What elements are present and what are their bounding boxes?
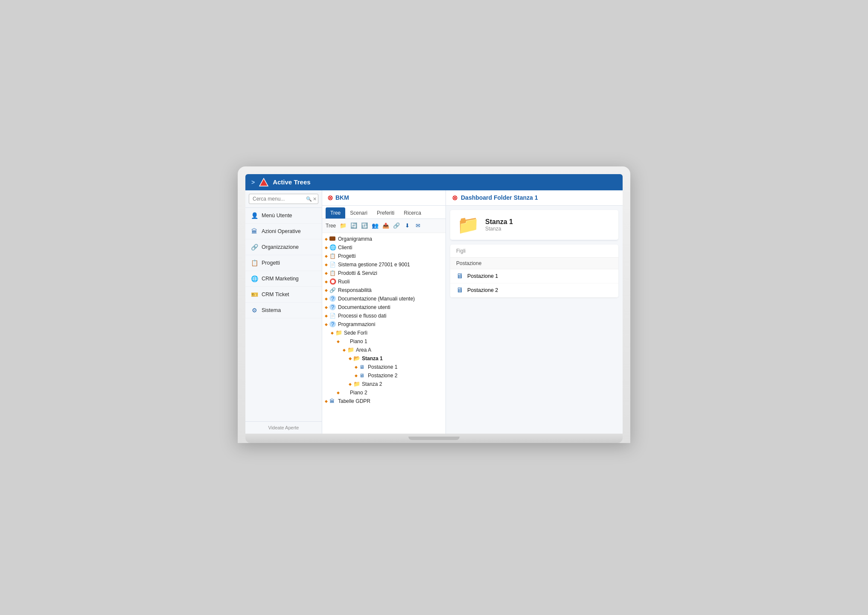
tree-expander[interactable]: ◆ [325,280,328,284]
tree-expander[interactable]: ◆ [343,348,346,352]
tool-btn-reload[interactable]: 🔃 [360,221,369,230]
tree-expander[interactable]: ◆ [325,254,328,258]
sidebar-item-sistema[interactable]: ⚙ Sistema [245,303,322,318]
tree-node-documentazione-manuali[interactable]: ◆? Documentazione (Manuali utente) [322,294,446,303]
tree-node-documentazione-utenti[interactable]: ◆? Documentazione utenti [322,303,446,312]
child-item-postazione-2[interactable]: 🖥 Postazione 2 [450,283,618,297]
tree-expander[interactable]: ◆ [337,339,340,344]
tool-btn-users[interactable]: 👥 [370,221,380,230]
tool-btn-export[interactable]: 📤 [381,221,390,230]
sidebar-item-crm-marketing[interactable]: 🌐 CRM Marketing [245,271,322,287]
tree-expander[interactable]: ◆ [325,271,328,275]
sidebar: 🔍 ✕ 👤 Menù Utente🏛 Azioni Operative🔗 Org… [245,190,322,434]
tree-expander[interactable]: ◆ [325,297,328,301]
tree-node-tabelle-gdpr[interactable]: ◆🏛 Tabelle GDPR [322,397,446,405]
nav-icon-azioni-operative: 🏛 [250,227,258,235]
tree-expander[interactable]: ◆ [355,365,358,369]
node-label: Piano 1 [350,338,367,344]
search-icon[interactable]: 🔍 [306,196,312,201]
tab-ricerca[interactable]: Ricerca [399,207,426,219]
tree-node-area-a[interactable]: ◆📁 Area A [322,346,446,354]
tree-node-sede-forli[interactable]: ◆📁 Sede Forlì [322,329,446,337]
tool-btn-refresh[interactable]: 🔄 [349,221,358,230]
tree-node-clienti[interactable]: ◆🌐 Clienti [322,243,446,252]
node-label: Tabelle GDPR [338,398,370,404]
node-label: Organigramma [338,236,372,242]
node-label: Clienti [338,245,352,251]
tool-btn-download[interactable]: ⬇ [402,221,412,230]
tree-expander[interactable]: ◆ [349,382,352,386]
bkm-close-button[interactable]: ⊗ [327,194,333,202]
tab-tree[interactable]: Tree [326,207,345,219]
node-icon: 🖥 [359,372,366,379]
tree-expander[interactable]: ◆ [325,237,328,241]
tree-node-piano-2[interactable]: ◆ Piano 2 [322,388,446,397]
node-label: Postazione 1 [368,364,397,370]
tree-expander[interactable]: ◆ [355,373,358,378]
sidebar-item-azioni-operative[interactable]: 🏛 Azioni Operative [245,224,322,239]
tree-expander[interactable]: ◆ [325,322,328,326]
child-icon-postazione-1: 🖥 [456,272,463,280]
tree-node-ruoli[interactable]: ◆⭕ Ruoli [322,277,446,286]
tree-node-postazione-1-tree[interactable]: ◆🖥 Postazione 1 [322,363,446,371]
tree-expander[interactable]: ◆ [331,331,334,335]
node-icon [341,389,348,396]
tree-node-responsabilita[interactable]: ◆🔗 Responsabilità [322,286,446,294]
tab-preferiti[interactable]: Preferiti [372,207,399,219]
tree-expander[interactable]: ◆ [325,314,328,318]
node-icon [329,236,336,242]
nav-label-organizzazione: Organizzazione [262,244,299,250]
bkm-panel: ⊗ BKM TreeScenariPreferitiRicerca Tree 📁… [322,190,446,434]
search-bar: 🔍 ✕ [245,190,322,208]
tree-node-postazione-2-tree[interactable]: ◆🖥 Postazione 2 [322,371,446,380]
nav-icon-menu-utente: 👤 [250,212,258,219]
nav-icon-crm-ticket: 🎫 [250,291,258,298]
dashboard-close-button[interactable]: ⊗ [452,194,457,202]
node-icon: 📋 [329,270,336,277]
node-icon: 📁 [353,381,360,388]
nav-icon-sistema: ⚙ [250,306,258,314]
sidebar-item-progetti[interactable]: 📋 Progetti [245,255,322,271]
children-type-label: Postazione [450,258,618,269]
tree-node-processi-flusso[interactable]: ◆📄 Processi e flusso dati [322,312,446,320]
child-item-postazione-1[interactable]: 🖥 Postazione 1 [450,269,618,283]
node-label: Piano 2 [350,390,367,396]
tree-node-programmazioni[interactable]: ◆? Programmazioni [322,320,446,329]
tree-node-piano-1[interactable]: ◆ Piano 1 [322,337,446,346]
clear-search-icon[interactable]: ✕ [313,196,317,201]
bkm-tree: ◆ Organigramma◆🌐 Clienti◆📋 Progetti◆📄 Si… [322,233,446,434]
nav-icon-progetti: 📋 [250,259,258,267]
nav-label-sistema: Sistema [262,307,281,313]
chevron-icon: > [251,179,255,186]
tree-expander[interactable]: ◆ [325,245,328,250]
bkm-tabs: TreeScenariPreferitiRicerca [322,206,446,219]
tree-node-stanza-2[interactable]: ◆📁 Stanza 2 [322,380,446,388]
tree-expander[interactable]: ◆ [325,288,328,292]
tree-node-sistema-gestione[interactable]: ◆📄 Sistema gestione 27001 e 9001 [322,260,446,269]
node-icon: 📂 [353,355,360,362]
tool-btn-link[interactable]: 🔗 [392,221,401,230]
node-icon: ? [329,295,336,302]
sidebar-item-menu-utente[interactable]: 👤 Menù Utente [245,208,322,224]
tree-node-progetti[interactable]: ◆📋 Progetti [322,252,446,260]
tool-btn-folder[interactable]: 📁 [338,221,348,230]
tree-expander[interactable]: ◆ [325,399,328,403]
nav-icon-crm-marketing: 🌐 [250,275,258,283]
tab-scenari[interactable]: Scenari [345,207,372,219]
sidebar-item-organizzazione[interactable]: 🔗 Organizzazione [245,239,322,255]
tree-expander[interactable]: ◆ [349,356,352,361]
sidebar-item-crm-ticket[interactable]: 🎫 CRM Ticket [245,287,322,303]
tree-node-prodotti-servizi[interactable]: ◆📋 Prodotti & Servizi [322,269,446,277]
tree-node-stanza-1[interactable]: ◆📂 Stanza 1 [322,354,446,363]
node-label: Ruoli [338,279,350,285]
node-label: Documentazione (Manuali utente) [338,296,415,302]
tool-btn-email[interactable]: ✉ [413,221,422,230]
node-label: Prodotti & Servizi [338,270,377,276]
nav-label-menu-utente: Menù Utente [262,213,292,219]
tree-expander[interactable]: ◆ [337,391,340,395]
node-label: Responsabilità [338,287,372,293]
tree-expander[interactable]: ◆ [325,262,328,267]
children-section: Figli Postazione 🖥 Postazione 1🖥 Postazi… [450,245,618,297]
tree-expander[interactable]: ◆ [325,305,328,309]
tree-node-organigramma[interactable]: ◆ Organigramma [322,235,446,243]
